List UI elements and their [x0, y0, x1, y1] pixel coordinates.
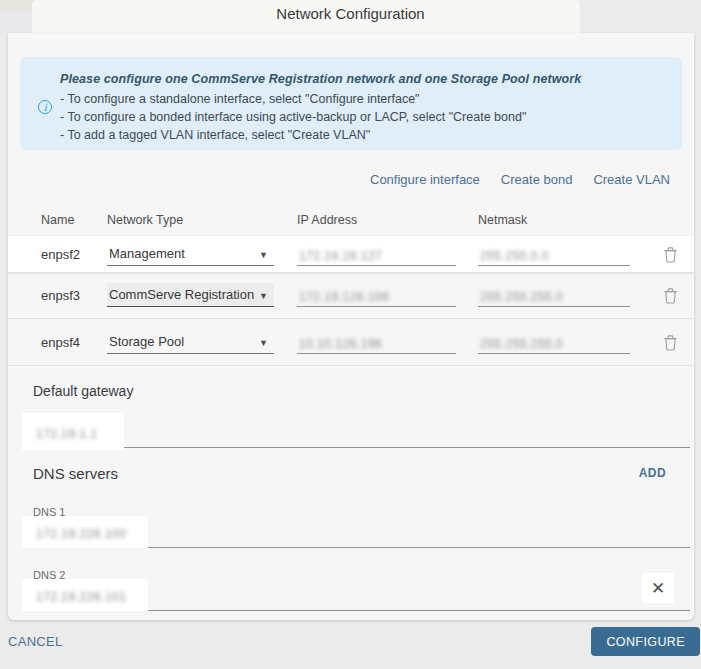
configure-interface-link[interactable]: Configure interface: [370, 172, 480, 187]
page-title: Network Configuration: [0, 5, 701, 22]
table-header-row: Name Network Type IP Address Netmask: [8, 208, 694, 232]
netmask-input[interactable]: 255.255.0.0: [478, 242, 630, 266]
info-line: - To add a tagged VLAN interface, select…: [60, 126, 668, 144]
dns-servers-header: DNS servers ADD: [33, 464, 666, 482]
cancel-button[interactable]: CANCEL: [8, 634, 63, 649]
info-icon: i: [38, 100, 52, 114]
ip-address-input[interactable]: 172.19.126.196: [297, 283, 456, 307]
redaction-overlay: 172.19.226.101: [22, 579, 148, 611]
table-row: enpsf4 Storage Pool ▼ 10.10.126.196 255.…: [8, 319, 694, 366]
trash-icon: [663, 334, 678, 351]
delete-interface-button[interactable]: [660, 244, 680, 264]
chevron-down-icon: ▼: [259, 249, 268, 261]
redaction-overlay: 172.19.226.100: [22, 516, 148, 548]
redaction-overlay: 172.19.1.1: [22, 413, 124, 450]
ip-address-value: 10.10.126.196: [299, 337, 382, 351]
column-header-network-type: Network Type: [107, 213, 297, 227]
default-gateway-input[interactable]: 172.19.1.1: [33, 412, 690, 448]
netmask-value: 255.255.255.0: [480, 337, 563, 351]
dialog-footer: CANCEL CONFIGURE: [0, 620, 701, 669]
ip-address-value: 172.19.126.196: [299, 290, 389, 304]
close-icon: ✕: [651, 578, 665, 599]
default-gateway-label: Default gateway: [33, 383, 694, 399]
default-gateway-value: 172.19.1.1: [36, 427, 98, 441]
dns1-input[interactable]: 172.19.226.100: [33, 520, 690, 548]
column-header-name: Name: [41, 213, 107, 227]
ip-address-value: 172.24.28.127: [299, 249, 382, 263]
dns-servers-heading: DNS servers: [33, 465, 118, 482]
trash-icon: [663, 287, 678, 304]
interfaces-table: Name Network Type IP Address Netmask enp…: [8, 208, 694, 366]
dns1-value: 172.19.226.100: [36, 527, 126, 541]
network-type-select[interactable]: CommServe Registration ▼: [107, 283, 274, 307]
delete-interface-button[interactable]: [660, 285, 680, 305]
configure-button[interactable]: CONFIGURE: [591, 627, 700, 656]
info-line: - To configure a standalone interface, s…: [60, 90, 668, 108]
network-type-select[interactable]: Management ▼: [107, 242, 274, 266]
add-dns-button[interactable]: ADD: [639, 466, 666, 480]
netmask-input[interactable]: 255.255.255.0: [478, 330, 630, 354]
dialog-body: i Please configure one CommServe Registr…: [8, 33, 694, 620]
column-header-netmask: Netmask: [478, 213, 660, 227]
dns2-input[interactable]: 172.19.226.101 ✕: [33, 583, 690, 611]
chevron-down-icon: ▼: [259, 337, 268, 349]
dns2-value: 172.19.226.101: [36, 590, 126, 604]
interface-name: enpsf3: [41, 288, 107, 303]
network-configuration-dialog: Network Configuration i Please configure…: [0, 0, 701, 669]
table-row: enpsf2 Management ▼ 172.24.28.127 255.25…: [8, 236, 694, 272]
create-bond-link[interactable]: Create bond: [501, 172, 573, 187]
column-header-ip-address: IP Address: [297, 213, 478, 227]
network-type-value: Management: [109, 246, 185, 261]
interface-name: enpsf2: [41, 247, 107, 262]
netmask-value: 255.255.0.0: [480, 249, 549, 263]
table-row: enpsf3 CommServe Registration ▼ 172.19.1…: [8, 272, 694, 319]
ip-address-input[interactable]: 10.10.126.196: [297, 330, 456, 354]
network-type-select[interactable]: Storage Pool ▼: [107, 330, 274, 354]
interface-name: enpsf4: [41, 335, 107, 350]
interface-actions: Configure interface Create bond Create V…: [8, 170, 670, 188]
create-vlan-link[interactable]: Create VLAN: [593, 172, 670, 187]
trash-icon: [663, 246, 678, 263]
remove-dns-button[interactable]: ✕: [642, 573, 674, 603]
netmask-input[interactable]: 255.255.255.0: [478, 283, 630, 307]
chevron-down-icon: ▼: [259, 290, 268, 302]
info-banner: i Please configure one CommServe Registr…: [20, 57, 682, 150]
netmask-value: 255.255.255.0: [480, 290, 563, 304]
delete-interface-button[interactable]: [660, 332, 680, 352]
network-type-value: Storage Pool: [109, 334, 184, 349]
network-type-value: CommServe Registration: [109, 287, 254, 302]
info-line: - To configure a bonded interface using …: [60, 108, 668, 126]
info-intro-text: Please configure one CommServe Registrat…: [60, 72, 668, 86]
ip-address-input[interactable]: 172.24.28.127: [297, 242, 456, 266]
